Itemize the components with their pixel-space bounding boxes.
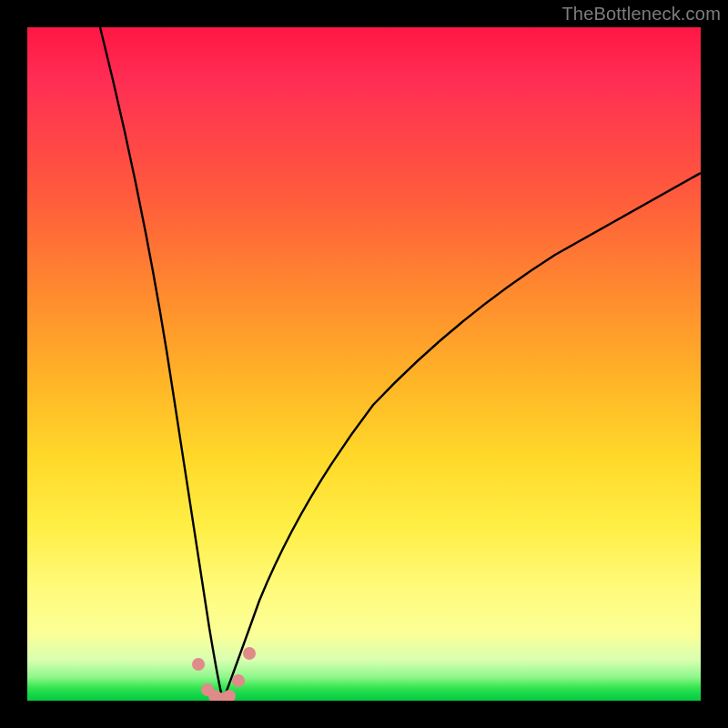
curve-right (223, 173, 701, 701)
svg-point-6 (243, 647, 256, 660)
chart-frame: TheBottleneck.com (0, 0, 728, 728)
curve-left (100, 27, 223, 701)
plot-area (27, 27, 701, 701)
dip-markers (192, 647, 256, 701)
svg-point-0 (192, 658, 205, 671)
svg-point-4 (223, 690, 236, 701)
chart-svg (27, 27, 701, 701)
watermark-text: TheBottleneck.com (561, 4, 721, 25)
svg-point-5 (232, 674, 245, 687)
